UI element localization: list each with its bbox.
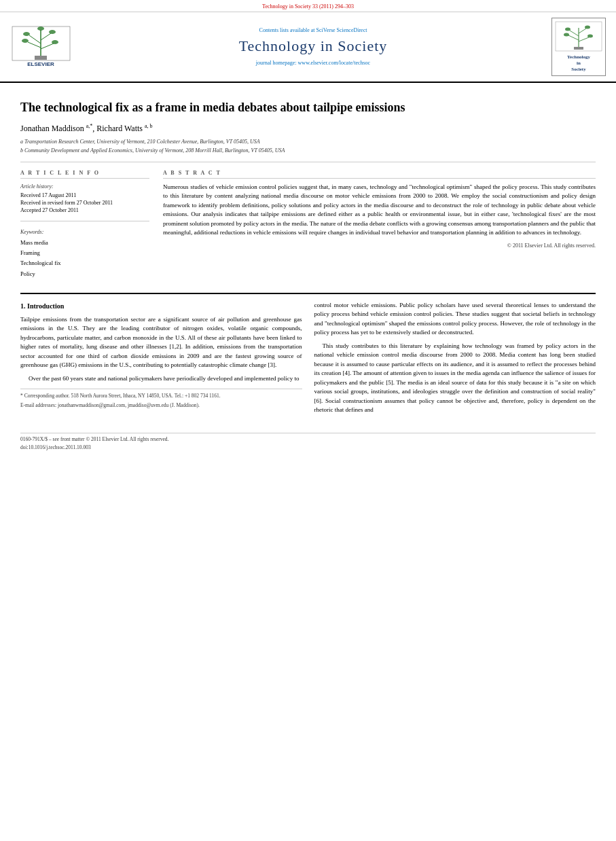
svg-line-17 [568, 35, 579, 40]
affiliation-b: b Community Development and Applied Econ… [20, 147, 596, 154]
svg-line-2 [29, 35, 41, 43]
svg-point-21 [564, 33, 569, 37]
keyword-3: Technological fix [20, 258, 149, 268]
main-content: The technological fix as a frame in medi… [0, 83, 616, 467]
received-date: Received 17 August 2011 [20, 192, 149, 199]
keywords-label: Keywords: [20, 228, 149, 236]
page-header: ELSEVIER Contents lists available at Sci… [0, 12, 616, 83]
svg-point-7 [49, 30, 56, 34]
history-label: Article history: [20, 183, 149, 190]
svg-line-5 [41, 43, 54, 49]
body-right-para-2: This study contributes to this literatur… [314, 342, 596, 415]
footnote-section: * Corresponding author. 518 North Aurora… [20, 389, 302, 409]
divider-keywords [20, 221, 149, 221]
article-history: Article history: Received 17 August 2011… [20, 183, 149, 215]
abstract-label: A B S T R A C T [163, 169, 596, 179]
intro-para-2: Over the past 60 years state and nationa… [20, 374, 302, 384]
svg-line-16 [579, 29, 586, 33]
page-footer: 0160-791X/$ – see front matter © 2011 El… [20, 433, 596, 452]
author-richard: Richard Watts [96, 124, 143, 133]
divider-1 [20, 162, 596, 162]
email-label: E-mail addresses: [20, 402, 56, 408]
keyword-1: Mass media [20, 238, 149, 248]
intro-para-1: Tailpipe emissions from the transportati… [20, 315, 302, 370]
journal-citation: Technology in Society 33 (2011) 294–303 [262, 3, 354, 10]
svg-text:ELSEVIER: ELSEVIER [27, 61, 54, 67]
issn-line: 0160-791X/$ – see front matter © 2011 El… [20, 436, 596, 444]
sciverse-name[interactable]: SciVerse ScienceDirect [316, 27, 367, 33]
svg-point-9 [52, 40, 58, 44]
accepted-date: Accepted 27 October 2011 [20, 207, 149, 214]
homepage-label: journal homepage: [256, 60, 297, 66]
body-col-right: control motor vehicle emissions. Public … [314, 301, 596, 419]
page: Technology in Society 33 (2011) 294–303 [0, 0, 616, 841]
svg-point-22 [587, 35, 593, 38]
journal-title: Technology in Society [239, 36, 388, 57]
keywords-block: Keywords: Mass media Framing Technologic… [20, 228, 149, 279]
author-ab-sup: a, b [145, 123, 153, 129]
journal-badge-container: Technology in Society [551, 18, 609, 76]
journal-ref-bar: Technology in Society 33 (2011) 294–303 [0, 0, 616, 12]
email-addresses: jonathanwmaddison@gmail.com, jmaddiso@uv… [58, 402, 200, 408]
corresponding-author-note: * Corresponding author. 518 North Aurora… [20, 392, 302, 399]
keyword-2: Framing [20, 248, 149, 258]
svg-point-10 [37, 26, 44, 31]
author-jonathan: Jonathan Maddison [20, 124, 84, 133]
svg-rect-11 [35, 56, 47, 60]
received-revised-date: Received in revised form 27 October 2011 [20, 199, 149, 207]
svg-rect-23 [574, 47, 583, 50]
badge-title: Technology in Society [555, 54, 602, 73]
elsevier-logo-container: ELSEVIER [7, 18, 75, 76]
keyword-4: Policy [20, 269, 149, 279]
article-info-label: A R T I C L E I N F O [20, 169, 149, 179]
svg-point-8 [22, 39, 29, 43]
svg-line-15 [570, 31, 579, 36]
journal-badge: Technology in Society [551, 18, 606, 76]
sciverse-link: Contents lists available at SciVerse Sci… [259, 26, 367, 34]
elsevier-logo: ELSEVIER [9, 23, 73, 71]
homepage-url[interactable]: www.elsevier.com/locate/techsoc [298, 60, 371, 66]
svg-point-19 [565, 28, 570, 31]
svg-line-3 [41, 33, 51, 40]
authors-line: Jonathan Maddison a,*, Richard Watts a, … [20, 122, 596, 135]
svg-point-20 [585, 26, 590, 29]
email-note: E-mail addresses: jonathanwmaddison@gmai… [20, 401, 302, 409]
abstract-col: A B S T R A C T Numerous studies of vehi… [163, 169, 596, 285]
contents-available-text: Contents lists available at [259, 27, 315, 33]
affiliation-a: a Transportation Research Center, Univer… [20, 138, 596, 145]
body-col-left: 1. Introduction Tailpipe emissions from … [20, 301, 302, 419]
article-title: The technological fix as a frame in medi… [20, 100, 596, 115]
body-section: 1. Introduction Tailpipe emissions from … [20, 301, 596, 419]
abstract-text: Numerous studies of vehicle emission con… [163, 183, 596, 238]
badge-graphic [555, 21, 602, 52]
info-abstract-section: A R T I C L E I N F O Article history: R… [20, 169, 596, 285]
header-center: Contents lists available at SciVerse Sci… [81, 18, 545, 76]
svg-point-6 [23, 32, 30, 36]
body-right-para-1: control motor vehicle emissions. Public … [314, 301, 596, 338]
doi-line: doi:10.1016/j.techsoc.2011.10.003 [20, 444, 596, 452]
author-a-sup: a,* [86, 123, 93, 129]
svg-line-18 [579, 37, 589, 41]
svg-line-4 [28, 42, 41, 48]
intro-heading: 1. Introduction [20, 301, 302, 311]
divider-body [20, 293, 596, 294]
article-info-col: A R T I C L E I N F O Article history: R… [20, 169, 149, 285]
keywords-list: Mass media Framing Technological fix Pol… [20, 238, 149, 279]
copyright-line: © 2011 Elsevier Ltd. All rights reserved… [163, 242, 596, 249]
journal-homepage: journal homepage: www.elsevier.com/locat… [256, 59, 370, 67]
